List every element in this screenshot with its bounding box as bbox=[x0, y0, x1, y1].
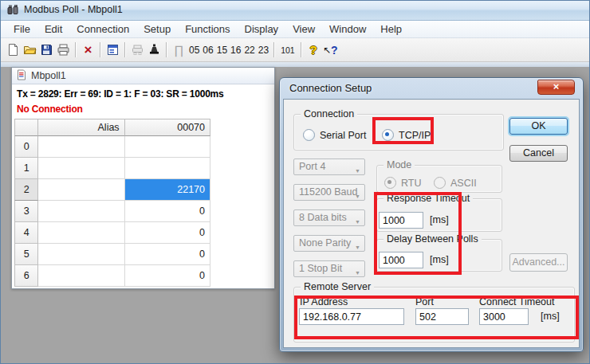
test-center-icon[interactable] bbox=[146, 41, 163, 59]
data-bits-value: 8 Data bits bbox=[299, 212, 347, 223]
connect-timeout-label: Connect Timeout bbox=[479, 296, 555, 307]
connect-timeout-unit: [ms] bbox=[541, 311, 560, 322]
function-06-button[interactable]: 06 bbox=[201, 45, 214, 56]
disconnect-icon[interactable]: × bbox=[80, 41, 96, 59]
menu-edit[interactable]: Edit bbox=[37, 22, 69, 37]
port-input[interactable] bbox=[415, 308, 469, 325]
value-cell[interactable]: 0 bbox=[125, 244, 210, 265]
setup-window-icon[interactable] bbox=[104, 41, 121, 59]
dialog-client-area: Connection Serial Port TCP/IP OK Cancel … bbox=[283, 99, 580, 348]
row-header[interactable]: 0 bbox=[14, 136, 38, 158]
chevron-down-icon: ▼ bbox=[355, 240, 360, 255]
open-file-icon[interactable] bbox=[22, 41, 38, 59]
tcpip-radio[interactable]: TCP/IP bbox=[382, 129, 431, 141]
connection-group-label: Connection bbox=[301, 108, 357, 119]
doc-window-titlebar[interactable]: Mbpoll1 bbox=[12, 68, 274, 84]
port-label: Port bbox=[415, 296, 434, 307]
serial-port-select: Port 4 ▼ bbox=[293, 159, 365, 175]
menu-connection[interactable]: Connection bbox=[69, 22, 136, 37]
save-icon[interactable] bbox=[38, 41, 55, 59]
function-101-button[interactable]: 101 bbox=[278, 45, 297, 55]
menu-file[interactable]: File bbox=[6, 22, 37, 37]
context-help-icon[interactable]: ↖? bbox=[322, 41, 339, 59]
new-file-icon[interactable] bbox=[5, 41, 22, 59]
alias-cell[interactable] bbox=[38, 158, 124, 179]
context-help-question: ? bbox=[331, 45, 338, 56]
value-cell[interactable]: 0 bbox=[125, 201, 210, 222]
doc-window-title: Mbpoll1 bbox=[31, 70, 66, 81]
row-header[interactable]: 6 bbox=[14, 265, 38, 287]
parity-value: None Parity bbox=[299, 237, 351, 249]
context-help-arrow: ↖ bbox=[323, 45, 331, 55]
ascii-radio: ASCII bbox=[434, 177, 477, 189]
function-22-button[interactable]: 22 bbox=[242, 45, 256, 56]
radio-circle bbox=[303, 129, 315, 141]
close-icon[interactable]: × bbox=[537, 80, 575, 95]
parity-select: None Parity ▼ bbox=[293, 235, 365, 252]
ok-button[interactable]: OK bbox=[509, 118, 568, 135]
selected-value-cell[interactable]: 22170 bbox=[125, 179, 210, 201]
delay-between-polls-input[interactable] bbox=[379, 252, 423, 268]
serial-port-value: Port 4 bbox=[299, 161, 325, 172]
row-header[interactable]: 4 bbox=[14, 222, 38, 244]
alias-cell[interactable] bbox=[38, 222, 124, 244]
table-row: 6 0 bbox=[14, 265, 210, 287]
toolbar-separator bbox=[166, 42, 167, 57]
help-icon[interactable]: ? bbox=[305, 41, 322, 59]
mode-group-label: Mode bbox=[384, 159, 415, 170]
alias-cell[interactable] bbox=[38, 179, 124, 201]
function-15-button[interactable]: 15 bbox=[215, 45, 229, 56]
alias-cell[interactable] bbox=[38, 244, 124, 265]
response-timeout-label: Response Timeout bbox=[384, 193, 473, 204]
toolbar-separator bbox=[301, 42, 302, 57]
menu-display[interactable]: Display bbox=[238, 22, 286, 37]
baud-rate-select: 115200 Baud ▼ bbox=[293, 184, 365, 201]
alias-cell[interactable] bbox=[38, 201, 124, 222]
value-cell[interactable]: 0 bbox=[125, 265, 210, 287]
menu-window[interactable]: Window bbox=[322, 22, 373, 37]
row-header[interactable]: 3 bbox=[14, 201, 38, 222]
function-05-button[interactable]: 05 bbox=[187, 45, 201, 56]
menu-help[interactable]: Help bbox=[373, 22, 409, 37]
function-23-button[interactable]: 23 bbox=[257, 45, 270, 56]
value-cell[interactable] bbox=[125, 136, 210, 158]
app-titlebar[interactable]: Modbus Poll - Mbpoll1 bbox=[0, 0, 590, 21]
toolbar-separator bbox=[273, 42, 275, 57]
ip-address-input[interactable] bbox=[299, 308, 404, 325]
app-icon bbox=[6, 4, 19, 17]
delay-between-polls-unit: [ms] bbox=[430, 254, 449, 265]
grid-corner-header[interactable] bbox=[14, 119, 38, 136]
chevron-down-icon: ▼ bbox=[355, 214, 360, 229]
function-16-button[interactable]: 16 bbox=[229, 45, 242, 56]
menu-functions[interactable]: Functions bbox=[178, 22, 237, 37]
menu-setup[interactable]: Setup bbox=[136, 22, 178, 37]
alias-cell[interactable] bbox=[38, 265, 124, 287]
table-row: 1 bbox=[14, 158, 210, 179]
row-header[interactable]: 1 bbox=[14, 158, 38, 179]
remote-server-group-label: Remote Server bbox=[301, 281, 374, 292]
row-header[interactable]: 5 bbox=[14, 244, 38, 265]
poll-definition-icon: ∏ bbox=[171, 41, 187, 59]
tcpip-label: TCP/IP bbox=[399, 130, 431, 141]
grid-header-row: Alias 00070 bbox=[14, 119, 210, 136]
response-timeout-unit: [ms] bbox=[430, 214, 449, 225]
response-timeout-input[interactable] bbox=[379, 212, 423, 229]
dialog-title[interactable]: Connection Setup bbox=[289, 82, 372, 94]
menu-view[interactable]: View bbox=[285, 22, 322, 37]
value-cell[interactable] bbox=[125, 158, 210, 179]
alias-cell[interactable] bbox=[38, 136, 124, 158]
connect-timeout-input[interactable] bbox=[479, 308, 529, 325]
cancel-button[interactable]: Cancel bbox=[509, 145, 568, 162]
rtu-label: RTU bbox=[401, 178, 421, 189]
serial-port-radio[interactable]: Serial Port bbox=[303, 129, 366, 141]
alias-column-header[interactable]: Alias bbox=[38, 119, 124, 136]
print-icon[interactable] bbox=[55, 41, 72, 59]
poll-status-line: Tx = 2829: Err = 69: ID = 1: F = 03: SR … bbox=[17, 87, 269, 102]
register-column-header[interactable]: 00070 bbox=[125, 119, 210, 136]
value-cell[interactable]: 0 bbox=[125, 222, 210, 244]
chevron-down-icon: ▼ bbox=[355, 189, 360, 204]
stop-bits-select: 1 Stop Bit ▼ bbox=[293, 260, 365, 277]
app-title: Modbus Poll - Mbpoll1 bbox=[24, 4, 123, 15]
row-header[interactable]: 2 bbox=[14, 179, 38, 201]
radio-circle bbox=[434, 177, 446, 189]
